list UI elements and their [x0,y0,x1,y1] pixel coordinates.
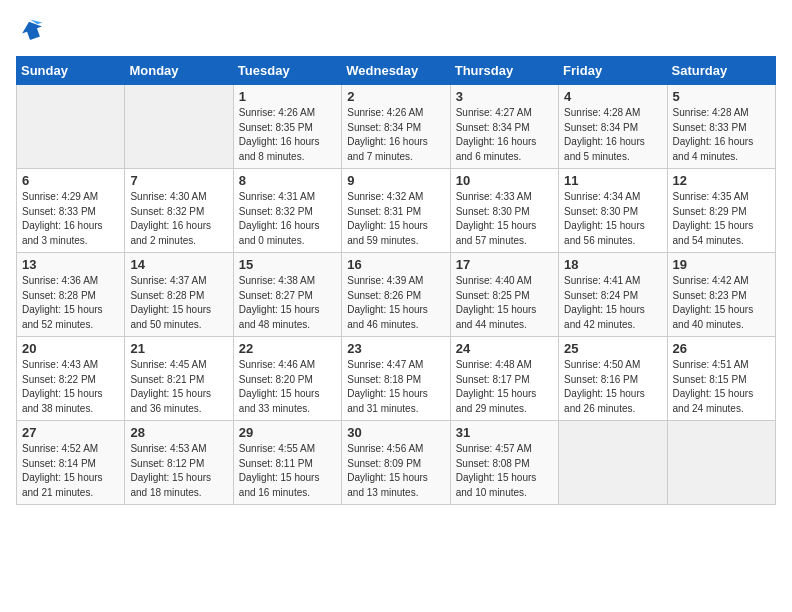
day-number: 13 [22,257,119,272]
logo [16,16,42,44]
weekday-header-thursday: Thursday [450,57,558,85]
day-number: 9 [347,173,444,188]
calendar-header-row: SundayMondayTuesdayWednesdayThursdayFrid… [17,57,776,85]
day-number: 8 [239,173,336,188]
calendar-week-row: 13Sunrise: 4:36 AM Sunset: 8:28 PM Dayli… [17,253,776,337]
day-info: Sunrise: 4:27 AM Sunset: 8:34 PM Dayligh… [456,106,553,164]
weekday-header-wednesday: Wednesday [342,57,450,85]
calendar-cell: 19Sunrise: 4:42 AM Sunset: 8:23 PM Dayli… [667,253,775,337]
day-number: 30 [347,425,444,440]
calendar-cell: 25Sunrise: 4:50 AM Sunset: 8:16 PM Dayli… [559,337,667,421]
day-number: 27 [22,425,119,440]
day-info: Sunrise: 4:28 AM Sunset: 8:33 PM Dayligh… [673,106,770,164]
calendar-cell: 4Sunrise: 4:28 AM Sunset: 8:34 PM Daylig… [559,85,667,169]
calendar-cell: 21Sunrise: 4:45 AM Sunset: 8:21 PM Dayli… [125,337,233,421]
day-info: Sunrise: 4:50 AM Sunset: 8:16 PM Dayligh… [564,358,661,416]
calendar-week-row: 6Sunrise: 4:29 AM Sunset: 8:33 PM Daylig… [17,169,776,253]
day-number: 26 [673,341,770,356]
calendar-cell: 11Sunrise: 4:34 AM Sunset: 8:30 PM Dayli… [559,169,667,253]
day-info: Sunrise: 4:47 AM Sunset: 8:18 PM Dayligh… [347,358,444,416]
day-info: Sunrise: 4:43 AM Sunset: 8:22 PM Dayligh… [22,358,119,416]
calendar-cell: 7Sunrise: 4:30 AM Sunset: 8:32 PM Daylig… [125,169,233,253]
calendar-cell: 12Sunrise: 4:35 AM Sunset: 8:29 PM Dayli… [667,169,775,253]
calendar-cell [667,421,775,505]
day-info: Sunrise: 4:28 AM Sunset: 8:34 PM Dayligh… [564,106,661,164]
calendar-cell: 20Sunrise: 4:43 AM Sunset: 8:22 PM Dayli… [17,337,125,421]
day-info: Sunrise: 4:32 AM Sunset: 8:31 PM Dayligh… [347,190,444,248]
day-info: Sunrise: 4:46 AM Sunset: 8:20 PM Dayligh… [239,358,336,416]
weekday-header-tuesday: Tuesday [233,57,341,85]
calendar-cell: 23Sunrise: 4:47 AM Sunset: 8:18 PM Dayli… [342,337,450,421]
day-info: Sunrise: 4:38 AM Sunset: 8:27 PM Dayligh… [239,274,336,332]
day-info: Sunrise: 4:31 AM Sunset: 8:32 PM Dayligh… [239,190,336,248]
day-info: Sunrise: 4:36 AM Sunset: 8:28 PM Dayligh… [22,274,119,332]
day-info: Sunrise: 4:39 AM Sunset: 8:26 PM Dayligh… [347,274,444,332]
day-number: 21 [130,341,227,356]
day-info: Sunrise: 4:41 AM Sunset: 8:24 PM Dayligh… [564,274,661,332]
calendar-cell: 1Sunrise: 4:26 AM Sunset: 8:35 PM Daylig… [233,85,341,169]
day-number: 22 [239,341,336,356]
calendar-cell: 5Sunrise: 4:28 AM Sunset: 8:33 PM Daylig… [667,85,775,169]
day-number: 10 [456,173,553,188]
day-number: 28 [130,425,227,440]
calendar-week-row: 20Sunrise: 4:43 AM Sunset: 8:22 PM Dayli… [17,337,776,421]
day-number: 18 [564,257,661,272]
day-info: Sunrise: 4:48 AM Sunset: 8:17 PM Dayligh… [456,358,553,416]
day-number: 2 [347,89,444,104]
weekday-header-monday: Monday [125,57,233,85]
day-info: Sunrise: 4:26 AM Sunset: 8:34 PM Dayligh… [347,106,444,164]
day-number: 25 [564,341,661,356]
day-number: 15 [239,257,336,272]
calendar-cell: 24Sunrise: 4:48 AM Sunset: 8:17 PM Dayli… [450,337,558,421]
logo-bird-icon [18,16,46,44]
svg-marker-0 [19,18,45,42]
calendar-cell: 22Sunrise: 4:46 AM Sunset: 8:20 PM Dayli… [233,337,341,421]
calendar-cell: 8Sunrise: 4:31 AM Sunset: 8:32 PM Daylig… [233,169,341,253]
calendar-cell: 10Sunrise: 4:33 AM Sunset: 8:30 PM Dayli… [450,169,558,253]
calendar-cell: 3Sunrise: 4:27 AM Sunset: 8:34 PM Daylig… [450,85,558,169]
day-number: 20 [22,341,119,356]
day-info: Sunrise: 4:40 AM Sunset: 8:25 PM Dayligh… [456,274,553,332]
day-number: 5 [673,89,770,104]
day-number: 23 [347,341,444,356]
day-number: 31 [456,425,553,440]
calendar-cell [559,421,667,505]
weekday-header-sunday: Sunday [17,57,125,85]
calendar-cell: 29Sunrise: 4:55 AM Sunset: 8:11 PM Dayli… [233,421,341,505]
calendar-cell: 18Sunrise: 4:41 AM Sunset: 8:24 PM Dayli… [559,253,667,337]
day-info: Sunrise: 4:52 AM Sunset: 8:14 PM Dayligh… [22,442,119,500]
day-number: 17 [456,257,553,272]
calendar-cell: 14Sunrise: 4:37 AM Sunset: 8:28 PM Dayli… [125,253,233,337]
calendar-cell: 30Sunrise: 4:56 AM Sunset: 8:09 PM Dayli… [342,421,450,505]
day-number: 24 [456,341,553,356]
day-number: 4 [564,89,661,104]
calendar-week-row: 1Sunrise: 4:26 AM Sunset: 8:35 PM Daylig… [17,85,776,169]
day-info: Sunrise: 4:42 AM Sunset: 8:23 PM Dayligh… [673,274,770,332]
calendar-cell [17,85,125,169]
calendar-week-row: 27Sunrise: 4:52 AM Sunset: 8:14 PM Dayli… [17,421,776,505]
calendar-cell: 31Sunrise: 4:57 AM Sunset: 8:08 PM Dayli… [450,421,558,505]
day-info: Sunrise: 4:33 AM Sunset: 8:30 PM Dayligh… [456,190,553,248]
day-info: Sunrise: 4:37 AM Sunset: 8:28 PM Dayligh… [130,274,227,332]
page-header [16,16,776,44]
day-number: 6 [22,173,119,188]
day-number: 3 [456,89,553,104]
day-info: Sunrise: 4:55 AM Sunset: 8:11 PM Dayligh… [239,442,336,500]
day-number: 12 [673,173,770,188]
day-info: Sunrise: 4:53 AM Sunset: 8:12 PM Dayligh… [130,442,227,500]
day-number: 1 [239,89,336,104]
calendar-table: SundayMondayTuesdayWednesdayThursdayFrid… [16,56,776,505]
calendar-cell: 17Sunrise: 4:40 AM Sunset: 8:25 PM Dayli… [450,253,558,337]
day-info: Sunrise: 4:34 AM Sunset: 8:30 PM Dayligh… [564,190,661,248]
calendar-cell [125,85,233,169]
day-number: 19 [673,257,770,272]
calendar-cell: 15Sunrise: 4:38 AM Sunset: 8:27 PM Dayli… [233,253,341,337]
day-info: Sunrise: 4:51 AM Sunset: 8:15 PM Dayligh… [673,358,770,416]
calendar-cell: 13Sunrise: 4:36 AM Sunset: 8:28 PM Dayli… [17,253,125,337]
calendar-cell: 6Sunrise: 4:29 AM Sunset: 8:33 PM Daylig… [17,169,125,253]
weekday-header-friday: Friday [559,57,667,85]
day-info: Sunrise: 4:26 AM Sunset: 8:35 PM Dayligh… [239,106,336,164]
day-info: Sunrise: 4:57 AM Sunset: 8:08 PM Dayligh… [456,442,553,500]
calendar-cell: 9Sunrise: 4:32 AM Sunset: 8:31 PM Daylig… [342,169,450,253]
day-number: 7 [130,173,227,188]
